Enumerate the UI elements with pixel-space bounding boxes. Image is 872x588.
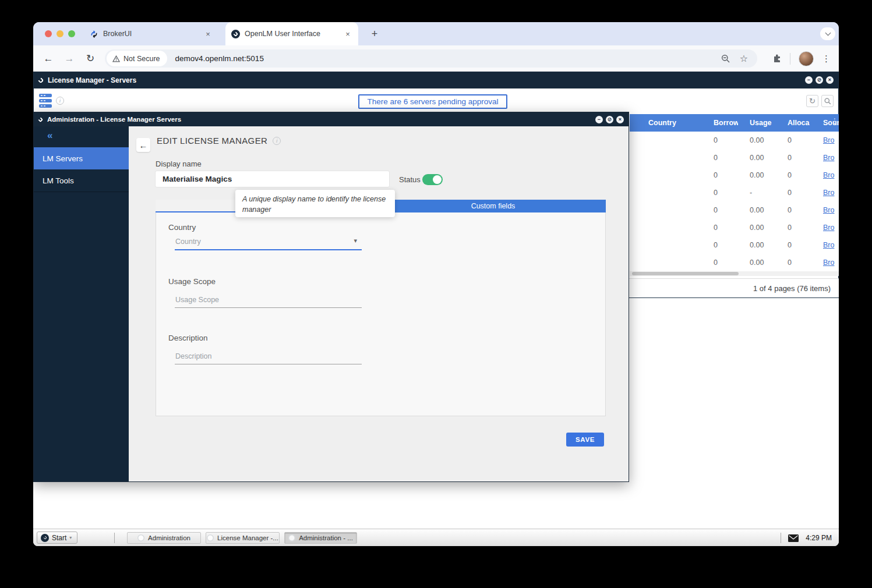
macos-minimize-button[interactable]	[57, 30, 63, 37]
info-icon[interactable]: i	[56, 97, 64, 105]
cell-allocated: 0	[788, 184, 813, 201]
status-label: Status	[399, 175, 421, 184]
cell-allocated: 0	[788, 132, 813, 149]
admin-titlebar[interactable]: Administration - License Manager Servers…	[34, 112, 629, 126]
start-button[interactable]: Start ▾	[37, 532, 77, 544]
search-icon	[824, 98, 831, 105]
brokerui-favicon	[89, 29, 98, 38]
zoom-out-icon[interactable]	[721, 54, 730, 63]
close-icon[interactable]: ×	[616, 116, 624, 123]
usage-scope-input[interactable]	[175, 296, 362, 307]
source-link[interactable]: Bro	[823, 206, 834, 214]
description-input[interactable]	[175, 352, 362, 364]
servers-table: Country Borrow Usage Alloca Sour ⋮ 0 0.0…	[630, 114, 839, 276]
mail-icon[interactable]	[788, 534, 799, 542]
browser-toolbar: ← → ↻ Not Secure demov4.openlm.net:5015 …	[33, 45, 839, 72]
refresh-button[interactable]: ↻	[806, 95, 818, 107]
chevron-down-icon[interactable]: ▾	[354, 237, 357, 245]
forward-icon[interactable]: →	[61, 45, 77, 72]
source-link[interactable]: Bro	[823, 171, 834, 179]
taskbar-divider	[781, 533, 781, 543]
table-row[interactable]: 0 0.00 0 Bro	[630, 149, 839, 167]
back-button[interactable]: ←	[136, 138, 150, 152]
reload-icon[interactable]: ↻	[82, 45, 98, 72]
taskbar-item-label: License Manager -...	[217, 534, 278, 541]
source-link[interactable]: Bro	[823, 241, 834, 249]
sidebar-item-lm-tools[interactable]: LM Tools	[34, 169, 129, 192]
taskbar-item-administration-active[interactable]: Administration - ...	[284, 532, 357, 544]
toolbar-divider	[790, 53, 790, 65]
search-button[interactable]	[821, 95, 834, 107]
tab-close-icon[interactable]: ×	[343, 30, 352, 38]
description-label: Description	[168, 334, 208, 342]
source-link[interactable]: Bro	[823, 224, 834, 232]
macos-zoom-button[interactable]	[68, 30, 75, 37]
maximize-icon[interactable]: ⊘	[606, 116, 613, 123]
bookmark-star-icon[interactable]: ☆	[740, 53, 748, 64]
table-row[interactable]: 0 0.00 0 Bro	[630, 132, 839, 149]
maximize-icon[interactable]: ⊘	[815, 76, 823, 84]
warning-icon	[112, 55, 120, 62]
column-header-country[interactable]: Country	[648, 114, 709, 132]
table-row[interactable]: 0 0.00 0 Bro	[630, 254, 839, 271]
cell-borrow: 0	[714, 254, 738, 271]
sidebar-item-lm-servers[interactable]: LM Servers	[34, 147, 129, 169]
minimize-icon[interactable]: −	[595, 116, 603, 123]
source-link[interactable]: Bro	[823, 154, 834, 162]
cell-usage: 0.00	[750, 201, 776, 219]
table-row[interactable]: 0 0.00 0 Bro	[630, 236, 839, 254]
taskbar-item-administration[interactable]: Administration	[127, 532, 201, 544]
not-secure-chip[interactable]: Not Secure	[107, 51, 167, 66]
window-icon	[137, 534, 144, 541]
openlm-logo-icon	[41, 534, 49, 542]
tab-brokerui[interactable]: BrokerUI ×	[83, 22, 218, 45]
column-header-allocated[interactable]: Alloca	[788, 114, 813, 132]
address-bar[interactable]: Not Secure demov4.openlm.net:5015 ☆	[105, 49, 757, 68]
status-toggle[interactable]	[422, 174, 443, 185]
back-icon[interactable]: ←	[40, 45, 57, 72]
pending-approval-banner[interactable]: There are 6 servers pending approval	[358, 94, 507, 109]
table-row[interactable]: 0 0.00 0 Bro	[630, 167, 839, 184]
openlm-window-icon	[38, 116, 44, 122]
sidebar-collapse-icon[interactable]: «	[47, 130, 52, 141]
display-name-input[interactable]	[155, 171, 390, 187]
cell-usage: 0.00	[750, 254, 776, 271]
servers-icon[interactable]	[39, 94, 52, 108]
openlm-favicon	[231, 30, 240, 38]
tab-openlm[interactable]: OpenLM User Interface ×	[225, 22, 358, 45]
column-settings-icon[interactable]: ⋮	[831, 117, 838, 125]
tab-custom-fields[interactable]: Custom fields	[380, 200, 606, 212]
cell-borrow: 0	[714, 149, 738, 167]
column-header-borrow[interactable]: Borrow	[714, 114, 738, 132]
table-row[interactable]: 0 0.00 0 Bro	[630, 201, 839, 219]
profile-avatar[interactable]	[799, 51, 814, 66]
cell-usage: 0.00	[750, 236, 776, 254]
cell-borrow: 0	[714, 167, 738, 184]
country-select[interactable]	[175, 238, 362, 249]
tab-search-chevron-button[interactable]	[820, 27, 835, 40]
extensions-icon[interactable]	[772, 54, 782, 63]
source-link[interactable]: Bro	[823, 189, 834, 197]
taskbar-item-label: Administration - ...	[299, 534, 353, 541]
cell-usage: 0.00	[750, 132, 776, 149]
cell-allocated: 0	[788, 219, 813, 236]
taskbar-item-license-manager[interactable]: License Manager -...	[206, 532, 280, 544]
tab-close-icon[interactable]: ×	[203, 30, 213, 38]
browser-menu-icon[interactable]: ⋮	[822, 54, 831, 64]
save-button[interactable]: SAVE	[566, 433, 604, 447]
macos-close-button[interactable]	[45, 30, 52, 37]
minimize-icon[interactable]: −	[805, 76, 813, 84]
lm-window-titlebar[interactable]: License Manager - Servers − ⊘ ×	[34, 72, 838, 88]
source-link[interactable]: Bro	[823, 258, 834, 267]
new-tab-button[interactable]: +	[368, 27, 382, 41]
table-row[interactable]: 0 - 0 Bro	[630, 184, 839, 201]
scrollbar-thumb[interactable]	[632, 272, 739, 275]
close-icon[interactable]: ×	[826, 76, 834, 84]
taskbar-item-label: Administration	[148, 534, 190, 541]
info-icon[interactable]: i	[273, 137, 281, 145]
table-row[interactable]: 0 0.00 0 Bro	[630, 219, 839, 236]
source-link[interactable]: Bro	[823, 136, 834, 144]
horizontal-scrollbar[interactable]	[630, 271, 839, 276]
column-header-usage[interactable]: Usage	[750, 114, 776, 132]
taskbar: Start ▾ Administration License Manager -…	[33, 529, 839, 546]
